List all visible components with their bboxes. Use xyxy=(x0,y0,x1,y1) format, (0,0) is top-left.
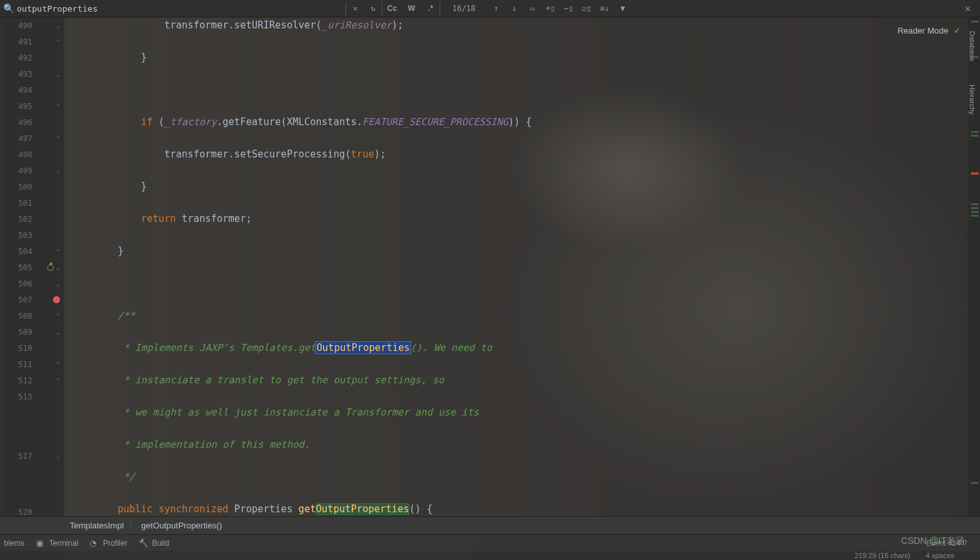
indent-info[interactable]: 4 spaces xyxy=(926,552,954,559)
find-select-all-button[interactable]: ▭ xyxy=(524,1,542,15)
fold-toggle-icon[interactable]: ⌄ xyxy=(56,452,60,459)
left-gutter-strip xyxy=(0,17,5,516)
fold-end-icon: ⌃ xyxy=(56,135,60,142)
line-number: 507 xyxy=(8,295,32,305)
line-number: 496 xyxy=(8,118,32,127)
find-next-button[interactable]: ↓ xyxy=(505,1,524,15)
fold-toggle-icon[interactable]: ⌄ xyxy=(56,280,60,287)
fold-toggle-icon[interactable]: ⌄ xyxy=(56,70,60,77)
find-remove-selection-button[interactable]: −▯ xyxy=(560,1,578,15)
line-number: 497 xyxy=(8,134,32,143)
line-number-row[interactable]: 504⌃ xyxy=(5,243,64,259)
line-number-row[interactable]: 501 xyxy=(5,195,64,211)
fold-toggle-icon[interactable]: ⌄ xyxy=(56,328,60,335)
line-number: 500 xyxy=(8,183,32,192)
find-input[interactable] xyxy=(14,3,346,15)
line-number: 499 xyxy=(8,166,32,175)
line-number: 503 xyxy=(8,231,32,240)
line-number: 494 xyxy=(8,86,32,95)
line-number: 512 xyxy=(8,376,32,385)
line-number-row[interactable]: 510 xyxy=(5,340,64,356)
find-add-selection-button[interactable]: +▯ xyxy=(542,1,560,15)
fold-end-icon: ⌃ xyxy=(56,312,60,319)
line-number-row[interactable]: 500 xyxy=(5,179,64,195)
line-number-row[interactable]: 512⌃ xyxy=(5,372,64,388)
line-number-row[interactable]: 506⌄ xyxy=(5,275,64,292)
check-icon: ✓ xyxy=(954,26,961,35)
fold-end-icon: ⌃ xyxy=(56,361,60,368)
find-history-button[interactable]: ↻ xyxy=(364,1,382,15)
chevron-right-icon: 〉 xyxy=(129,521,136,530)
line-number: 498 xyxy=(8,150,32,159)
line-number-row[interactable]: 499⌄ xyxy=(5,163,64,179)
override-icon[interactable] xyxy=(47,265,54,271)
search-match: OutputProperties xyxy=(316,503,409,515)
find-sort-button[interactable]: ≡↓ xyxy=(596,1,614,15)
breakpoint-icon[interactable] xyxy=(53,296,60,303)
line-number: 493 xyxy=(8,70,32,79)
line-number: 508 xyxy=(8,312,32,321)
reader-mode-toggle[interactable]: Reader Mode ✓ xyxy=(897,26,961,35)
problems-tool-tab[interactable]: blems xyxy=(4,539,25,548)
line-number-row[interactable]: 491⌃ xyxy=(5,34,64,50)
line-number-row[interactable]: 498 xyxy=(5,146,64,163)
line-number: 517 xyxy=(8,452,32,461)
find-close-button[interactable]: ✕ xyxy=(958,3,977,14)
right-tool-tabs: Database Hierarchy xyxy=(967,26,980,120)
fold-toggle-icon[interactable]: ⌄ xyxy=(56,167,60,174)
find-match-count: 16/18 xyxy=(440,4,487,13)
line-number-row[interactable]: 505⌄ xyxy=(5,259,64,275)
profiler-icon: ◔ xyxy=(90,539,99,548)
code-pane[interactable]: transformer.setURIResolver(_uriResolver)… xyxy=(65,17,980,516)
find-select-occurrences-button[interactable]: ☑▯ xyxy=(578,1,596,15)
fold-toggle-icon[interactable]: ⌄ xyxy=(56,264,60,271)
line-number-row[interactable]: 497⌃ xyxy=(5,130,64,146)
line-number: 491 xyxy=(8,37,32,46)
fold-end-icon: ⌃ xyxy=(56,377,60,384)
line-number-row[interactable]: 513 xyxy=(5,388,64,405)
line-number-row[interactable]: 503 xyxy=(5,227,64,243)
line-number: 492 xyxy=(8,54,32,63)
line-number-row[interactable]: 495⌃ xyxy=(5,98,64,114)
fold-toggle-icon[interactable]: ⌄ xyxy=(56,22,60,29)
line-number: 490 xyxy=(8,21,32,30)
breadcrumb-item[interactable]: TemplatesImpl xyxy=(65,521,129,530)
line-number-row[interactable]: 492 xyxy=(5,50,64,66)
line-number: 509 xyxy=(8,328,32,337)
breadcrumb: TemplatesImpl 〉 getOutputProperties() xyxy=(0,516,980,534)
breadcrumb-item[interactable]: getOutputProperties() xyxy=(136,521,227,530)
line-number-row[interactable]: 496 xyxy=(5,114,64,130)
whole-word-toggle[interactable]: W xyxy=(402,1,421,15)
database-tool-tab[interactable]: Database xyxy=(967,26,977,66)
fold-end-icon: ⌃ xyxy=(56,38,60,45)
source-code[interactable]: transformer.setURIResolver(_uriResolver)… xyxy=(65,17,980,560)
line-number: 520 xyxy=(8,508,32,517)
regex-toggle[interactable]: .* xyxy=(421,1,440,15)
line-number-row[interactable]: 508⌃ xyxy=(5,308,64,324)
watermark: CSDN @IT老涵 xyxy=(901,535,965,547)
terminal-tool-tab[interactable]: ▣Terminal xyxy=(36,539,78,548)
hierarchy-tool-tab[interactable]: Hierarchy xyxy=(967,79,977,120)
line-number-row[interactable]: 502 xyxy=(5,211,64,227)
profiler-tool-tab[interactable]: ◔Profiler xyxy=(90,539,127,548)
line-number-gutter[interactable]: 490⌄491⌃492493⌄494495⌃496497⌃498499⌄5005… xyxy=(5,17,65,516)
fold-end-icon: ⌃ xyxy=(56,248,60,255)
line-number-row[interactable]: 507 xyxy=(5,292,64,308)
find-bar: 🔍 ✕ ↻ Cc W .* 16/18 ↑ ↓ ▭ +▯ −▯ ☑▯ ≡↓ ▼ … xyxy=(0,0,980,17)
reader-mode-label: Reader Mode xyxy=(897,26,948,35)
line-number-row[interactable]: 493⌄ xyxy=(5,66,64,82)
caret-position: 219:29 (16 chars) xyxy=(855,552,910,559)
find-prev-button[interactable]: ↑ xyxy=(487,1,505,15)
line-number-row[interactable] xyxy=(5,432,64,448)
line-number-row[interactable]: 517⌄ xyxy=(5,448,64,464)
build-tool-tab[interactable]: 🔨Build xyxy=(139,539,169,548)
line-number-row[interactable]: 494 xyxy=(5,82,64,98)
line-number-row[interactable]: 511⌃ xyxy=(5,356,64,372)
find-filter-button[interactable]: ▼ xyxy=(614,1,632,15)
match-case-toggle[interactable]: Cc xyxy=(382,1,402,15)
line-number: 501 xyxy=(8,199,32,208)
code-editor: 490⌄491⌃492493⌄494495⌃496497⌃498499⌄5005… xyxy=(0,17,980,516)
find-clear-button[interactable]: ✕ xyxy=(346,1,364,15)
line-number-row[interactable]: 509⌄ xyxy=(5,324,64,340)
line-number-row[interactable]: 490⌄ xyxy=(5,17,64,34)
